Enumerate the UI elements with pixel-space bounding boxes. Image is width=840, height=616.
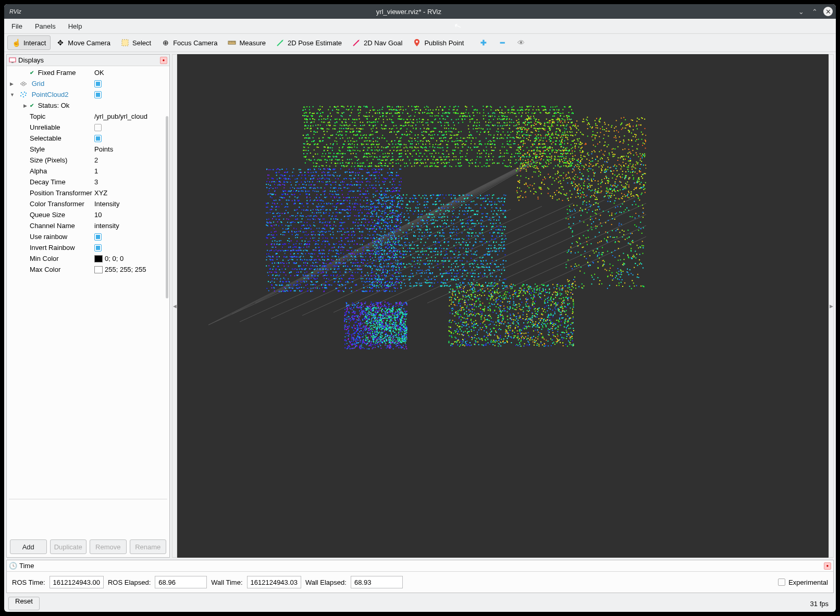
svg-point-15 — [22, 93, 23, 94]
tool-move-camera[interactable]: ✥ Move Camera — [52, 35, 115, 50]
menu-bar: File Panels Help — [4, 19, 662, 33]
svg-line-6 — [277, 41, 282, 46]
prop-style[interactable]: Style Points — [7, 144, 169, 155]
check-icon: ✔ — [30, 70, 34, 76]
arrow-green-icon — [276, 39, 285, 47]
svg-point-19 — [26, 92, 27, 93]
unreliable-checkbox[interactable] — [94, 124, 102, 131]
svg-point-16 — [25, 94, 26, 95]
tree-status[interactable]: ▶✔ Status: Ok — [7, 100, 169, 111]
check-icon: ✔ — [30, 103, 34, 108]
tree-pointcloud[interactable]: ▼ PointCloud2 — [7, 89, 169, 100]
plus-icon: ✚ — [479, 39, 488, 47]
prop-color-transformer[interactable]: Color Transformer Intensity — [7, 198, 169, 209]
displays-tree[interactable]: ✔ Fixed Frame OK ▶ Grid ▼ — [7, 66, 169, 485]
tool-bar: ☝ Interact ✥ Move Camera Select ⊕ Focus … — [4, 33, 662, 52]
prop-use-rainbow[interactable]: Use rainbow — [7, 231, 169, 242]
tool-eye[interactable]: 👁 — [512, 35, 530, 50]
prop-decay[interactable]: Decay Time 3 — [7, 177, 169, 187]
tool-interact[interactable]: ☝ Interact — [7, 35, 51, 50]
monitor-icon — [9, 57, 16, 64]
window-titlebar: RViz yrl_viewer.rviz* - RViz ⌄ ⌃ ✕ — [4, 4, 662, 19]
tool-nav-goal[interactable]: 2D Nav Goal — [348, 35, 407, 50]
svg-rect-0 — [122, 40, 128, 46]
tool-remove[interactable]: ━ — [493, 35, 511, 50]
displays-panel: Displays ● ✔ Fixed Frame OK ▶ Grid — [6, 54, 170, 485]
menu-file[interactable]: File — [11, 22, 22, 30]
prop-invert-rainbow[interactable]: Invert Rainbow — [7, 242, 169, 253]
prop-size[interactable]: Size (Pixels) 2 — [7, 155, 169, 166]
ruler-icon — [228, 39, 236, 47]
eye-icon: 👁 — [517, 39, 525, 47]
prop-queue-size[interactable]: Queue Size 10 — [7, 209, 169, 220]
tree-fixed-frame[interactable]: ✔ Fixed Frame OK — [7, 67, 169, 78]
invert-rainbow-checkbox[interactable] — [94, 244, 102, 252]
svg-point-14 — [24, 91, 25, 92]
tool-focus-camera[interactable]: ⊕ Focus Camera — [157, 35, 222, 50]
hand-icon: ☝ — [12, 39, 20, 47]
prop-max-color[interactable]: Max Color 255; 255; 255 — [7, 264, 169, 275]
left-panel-handle[interactable]: ◀ — [172, 54, 177, 485]
use-rainbow-checkbox[interactable] — [94, 233, 102, 241]
grid-icon — [19, 80, 28, 88]
prop-position-transformer[interactable]: Position Transformer XYZ — [7, 187, 169, 198]
displays-panel-title: Displays — [18, 56, 160, 64]
focus-icon: ⊕ — [162, 39, 170, 47]
pointcloud-visible-checkbox[interactable] — [94, 91, 102, 98]
displays-panel-header[interactable]: Displays ● — [7, 55, 169, 66]
minus-icon: ━ — [498, 39, 507, 47]
window-title: yrl_viewer.rviz* - RViz — [21, 8, 662, 16]
menu-panels[interactable]: Panels — [35, 22, 56, 30]
prop-unreliable[interactable]: Unreliable — [7, 122, 169, 133]
max-color-swatch[interactable] — [94, 266, 103, 273]
3d-viewport[interactable] — [177, 54, 662, 485]
tree-grid[interactable]: ▶ Grid — [7, 78, 169, 89]
svg-point-10 — [416, 41, 418, 43]
pin-icon — [413, 39, 421, 47]
selectable-checkbox[interactable] — [94, 135, 102, 142]
move-icon: ✥ — [56, 39, 65, 47]
tool-select[interactable]: Select — [116, 35, 156, 50]
pointcloud-icon — [19, 91, 28, 99]
menu-help[interactable]: Help — [68, 22, 82, 30]
prop-channel-name[interactable]: Channel Name intensity — [7, 220, 169, 231]
svg-point-17 — [20, 95, 21, 96]
min-color-swatch[interactable] — [94, 255, 103, 262]
svg-point-13 — [21, 92, 22, 93]
tool-pose-estimate[interactable]: 2D Pose Estimate — [271, 35, 347, 50]
app-window: ↖ RViz yrl_viewer.rviz* - RViz ⌄ ⌃ ✕ Fil… — [4, 4, 662, 485]
svg-rect-12 — [11, 62, 14, 63]
prop-alpha[interactable]: Alpha 1 — [7, 166, 169, 177]
select-icon — [121, 39, 129, 47]
arrow-pink-icon — [352, 39, 361, 47]
svg-line-8 — [353, 41, 359, 46]
prop-selectable[interactable]: Selectable — [7, 133, 169, 144]
prop-min-color[interactable]: Min Color 0; 0; 0 — [7, 253, 169, 264]
displays-panel-close[interactable]: ● — [160, 57, 167, 64]
tool-add[interactable]: ✚ — [475, 35, 492, 50]
svg-point-18 — [23, 96, 24, 97]
app-name: RViz — [9, 8, 21, 15]
tree-scrollbar[interactable] — [166, 116, 168, 298]
tool-measure[interactable]: Measure — [223, 35, 270, 50]
tool-publish-point[interactable]: Publish Point — [408, 35, 468, 50]
grid-visible-checkbox[interactable] — [94, 80, 102, 87]
svg-rect-11 — [9, 58, 16, 62]
prop-topic[interactable]: Topic /yrl_pub/yrl_cloud — [7, 111, 169, 122]
